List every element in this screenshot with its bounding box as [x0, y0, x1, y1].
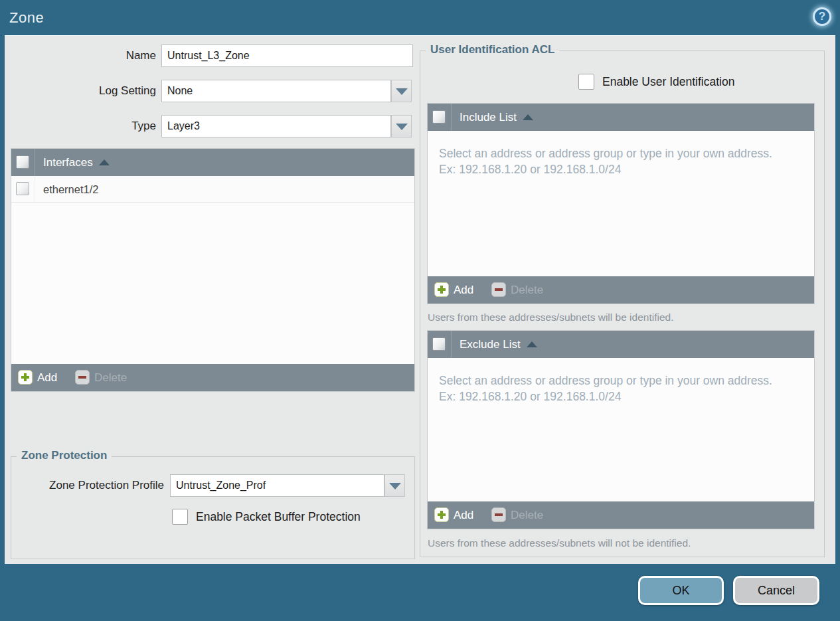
type-input[interactable] — [161, 115, 391, 137]
delete-icon — [491, 282, 506, 297]
add-include-address-button[interactable]: Add — [434, 276, 473, 304]
chevron-down-icon — [389, 483, 401, 489]
exclude-header-checkbox-cell — [428, 331, 452, 358]
enable-user-identification-label: Enable User Identification — [602, 74, 734, 90]
sort-ascending-icon — [99, 159, 110, 165]
delete-icon — [491, 507, 506, 522]
dialog-titlebar: Zone ? — [0, 0, 840, 35]
user-identification-acl-legend: User Identification ACL — [426, 43, 559, 56]
add-interface-button[interactable]: Add — [18, 364, 57, 391]
include-list-toolbar: Add Delete — [428, 276, 814, 304]
name-row: Name — [5, 44, 416, 67]
exclude-list-toolbar: Add Delete — [428, 501, 814, 529]
zone-protection-legend: Zone Protection — [17, 449, 112, 462]
delete-button-label: Delete — [511, 284, 543, 296]
enable-user-identification-checkbox[interactable] — [578, 74, 594, 90]
zone-protection-profile-label: Zone Protection Profile — [11, 474, 164, 497]
log-setting-label: Log Setting — [5, 80, 156, 102]
sort-ascending-icon — [527, 341, 537, 347]
select-all-interfaces-checkbox[interactable] — [16, 155, 29, 169]
ok-button[interactable]: OK — [638, 576, 724, 605]
include-list-label: Include List — [460, 111, 517, 124]
help-icon[interactable]: ? — [813, 7, 831, 26]
exclude-list-body: Select an address or address group or ty… — [428, 358, 814, 502]
interface-row-checkbox[interactable] — [16, 182, 29, 195]
include-list-header[interactable]: Include List — [428, 104, 814, 131]
interface-row-checkbox-cell — [11, 176, 35, 202]
zone-dialog: Name Log Setting Type Interfaces — [5, 35, 835, 564]
delete-icon — [75, 370, 90, 385]
add-exclude-address-button[interactable]: Add — [434, 501, 473, 529]
interfaces-table-body: ethernet1/2 — [11, 176, 414, 365]
exclude-list-column-header: Exclude List — [460, 331, 537, 358]
user-identification-acl-section: User Identification ACL Enable User Iden… — [420, 50, 825, 557]
interface-name: ethernet1/2 — [43, 176, 98, 203]
sort-ascending-icon — [523, 114, 533, 120]
select-all-include-checkbox[interactable] — [432, 110, 446, 124]
zone-protection-profile-row: Zone Protection Profile — [11, 474, 410, 497]
log-setting-dropdown-button[interactable] — [391, 80, 412, 102]
enable-packet-buffer-protection-checkbox[interactable] — [172, 509, 188, 525]
interfaces-header-checkbox-cell — [11, 149, 35, 176]
interfaces-header-label: Interfaces — [43, 156, 93, 169]
add-button-label: Add — [454, 509, 473, 521]
log-setting-row: Log Setting — [5, 80, 416, 102]
include-list-body: Select an address or address group or ty… — [428, 131, 814, 277]
add-button-label: Add — [454, 284, 473, 296]
type-label: Type — [5, 115, 156, 137]
name-label: Name — [5, 44, 156, 67]
exclude-list-placeholder: Select an address or address group or ty… — [439, 373, 788, 404]
interface-row[interactable]: ethernet1/2 — [11, 176, 414, 203]
interfaces-column-header: Interfaces — [43, 149, 110, 176]
name-input[interactable] — [161, 44, 413, 67]
cancel-button[interactable]: Cancel — [733, 576, 819, 605]
delete-button-label: Delete — [94, 371, 127, 384]
include-list-table: Include List Select an address or addres… — [427, 103, 815, 304]
exclude-list-header[interactable]: Exclude List — [428, 331, 814, 358]
interfaces-table-toolbar: Add Delete — [11, 364, 414, 391]
log-setting-input[interactable] — [161, 80, 391, 102]
type-row: Type — [5, 115, 416, 137]
include-list-placeholder: Select an address or address group or ty… — [439, 145, 788, 177]
include-header-checkbox-cell — [428, 104, 452, 131]
exclude-list-label: Exclude List — [460, 338, 521, 351]
interfaces-table: Interfaces ethernet1/2 Add Delete — [11, 148, 415, 392]
include-list-note: Users from these addresses/subnets will … — [428, 311, 673, 323]
chevron-down-icon — [396, 124, 408, 130]
add-button-label: Add — [37, 371, 57, 384]
delete-button-label: Delete — [511, 509, 543, 521]
zone-protection-profile-input[interactable] — [170, 474, 384, 497]
add-icon — [434, 282, 449, 297]
dialog-title: Zone — [9, 0, 44, 35]
include-list-column-header: Include List — [460, 104, 533, 131]
zone-protection-profile-dropdown-button[interactable] — [384, 474, 405, 497]
delete-interface-button[interactable]: Delete — [75, 364, 127, 391]
enable-packet-buffer-protection-label: Enable Packet Buffer Protection — [196, 509, 361, 525]
chevron-down-icon — [396, 88, 408, 95]
exclude-list-note: Users from these addresses/subnets will … — [428, 537, 691, 549]
type-dropdown-button[interactable] — [391, 115, 412, 137]
select-all-exclude-checkbox[interactable] — [432, 337, 446, 351]
zone-protection-section: Zone Protection Zone Protection Profile … — [11, 456, 415, 559]
delete-exclude-address-button[interactable]: Delete — [491, 501, 543, 529]
delete-include-address-button[interactable]: Delete — [491, 276, 543, 304]
exclude-list-table: Exclude List Select an address or addres… — [427, 330, 815, 529]
add-icon — [434, 507, 449, 522]
interfaces-table-header[interactable]: Interfaces — [11, 149, 414, 176]
add-icon — [18, 370, 33, 385]
